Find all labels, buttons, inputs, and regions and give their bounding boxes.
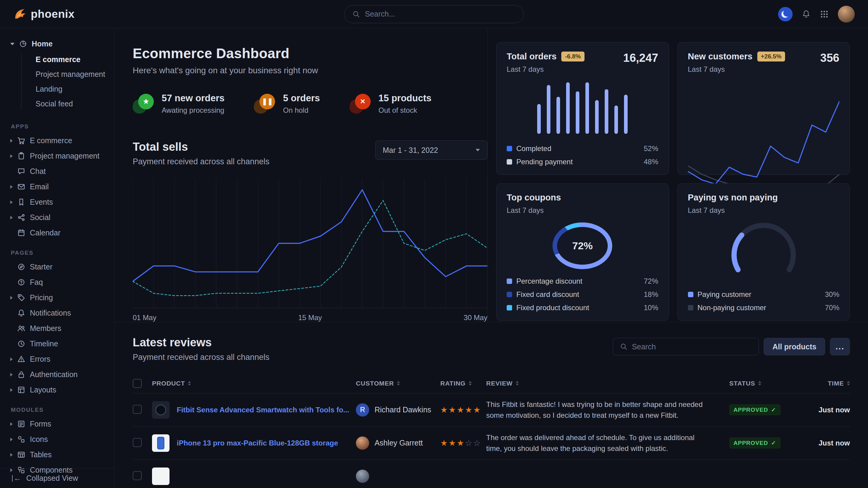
sidebar-item-label: Chat — [30, 167, 46, 176]
sidebar-item-label: Starter — [30, 263, 53, 271]
chevron-right-icon — [10, 373, 13, 377]
product-thumbnail[interactable] — [152, 467, 169, 485]
x-axis-label: 15 May — [298, 314, 322, 322]
sort-icon[interactable] — [469, 381, 472, 386]
check-icon: ✓ — [771, 440, 776, 446]
app-launcher-button[interactable] — [820, 10, 829, 19]
top-coupons-card: Top coupons Last 7 days 72% Percentage d… — [496, 183, 669, 321]
column-header-time: TIME — [828, 380, 844, 387]
more-options-button[interactable]: ... — [830, 338, 850, 355]
stat-caption: Out of stock — [378, 106, 432, 115]
sidebar-item-errors[interactable]: Errors — [0, 352, 114, 367]
status-badge: APPROVED✓ — [729, 404, 780, 415]
stat-new-orders: ★ 57 new orders Awating processing — [133, 93, 224, 115]
collapsed-view-toggle[interactable]: ← Collapsed View — [0, 468, 114, 488]
customer-avatar: R — [356, 403, 369, 417]
sidebar-item-home[interactable]: Home — [0, 36, 114, 52]
sidebar-item-faq[interactable]: Faq — [0, 274, 114, 290]
legend-value: 70% — [825, 303, 839, 312]
sidebar-item-email[interactable]: Email — [0, 179, 114, 194]
table-header-row: PRODUCT CUSTOMER RATING REVIEW STATUS TI… — [133, 373, 850, 393]
sidebar-item-icons[interactable]: Icons — [0, 432, 114, 447]
card-period: Last 7 days — [688, 65, 785, 73]
sidebar-item-calendar[interactable]: Calendar — [0, 225, 114, 240]
product-link[interactable]: iPhone 13 pro max-Pacific Blue-128GB sto… — [177, 439, 338, 447]
sort-icon[interactable] — [188, 381, 191, 386]
customer-avatar — [356, 469, 369, 483]
all-products-button[interactable]: All products — [764, 338, 825, 355]
column-header-status: STATUS — [729, 380, 755, 387]
legend-item: Non-paying customer 70% — [688, 303, 840, 312]
legend-label: Pending payment — [516, 158, 573, 166]
sidebar-item-layouts[interactable]: Layouts — [0, 382, 114, 398]
row-checkbox[interactable] — [133, 471, 142, 480]
sidebar-item-tables[interactable]: Tables — [0, 447, 114, 462]
legend-value: 48% — [644, 158, 658, 166]
sidebar-item-starter[interactable]: Starter — [0, 259, 114, 274]
sidebar-item-project-management[interactable]: Project management — [0, 148, 114, 164]
sidebar-item-label: Members — [30, 324, 61, 333]
rating-stars: ★★★★★ — [440, 405, 486, 415]
sidebar-item-label: Errors — [30, 355, 50, 363]
sidebar-item-events[interactable]: Events — [0, 194, 114, 210]
form-lines-icon — [17, 420, 25, 428]
product-link[interactable]: Fitbit Sense Advanced Smartwatch with To… — [177, 406, 349, 414]
sidebar-item-pricing[interactable]: Pricing — [0, 290, 114, 305]
legend-item: Fixed product discount 10% — [507, 303, 658, 312]
sidebar-item-authentication[interactable]: Authentication — [0, 367, 114, 382]
sidebar-item-landing[interactable]: Landing — [0, 82, 114, 96]
notifications-button[interactable] — [802, 10, 811, 19]
sidebar-item-social-feed[interactable]: Social feed — [0, 96, 114, 111]
cart-icon — [17, 136, 25, 145]
sort-icon[interactable] — [847, 381, 850, 386]
legend-label: Fixed card discount — [516, 290, 579, 299]
stat-out-of-stock: ✕ 15 products Out of stock — [349, 93, 432, 115]
card-period: Last 7 days — [507, 206, 658, 215]
users-icon — [17, 324, 25, 332]
sidebar-item-label: Calendar — [30, 228, 60, 237]
stat-value: 5 orders — [283, 93, 320, 104]
status-badge: APPROVED✓ — [729, 437, 780, 449]
legend-swatch — [507, 279, 512, 284]
theme-toggle-button[interactable] — [778, 7, 793, 22]
sidebar-item-notifications[interactable]: Notifications — [0, 305, 114, 321]
sidebar-item-chat[interactable]: Chat — [0, 164, 114, 179]
x-axis-label: 30 May — [464, 314, 487, 322]
sidebar-item-timeline[interactable]: Timeline — [0, 336, 114, 352]
row-checkbox[interactable] — [133, 438, 142, 447]
select-all-checkbox[interactable] — [133, 379, 142, 388]
compass-icon — [17, 263, 25, 271]
legend-value: 72% — [644, 277, 658, 286]
sort-icon[interactable] — [758, 381, 761, 386]
card-title: Total orders — [507, 52, 556, 62]
product-thumbnail[interactable] — [152, 401, 169, 419]
sort-icon[interactable] — [397, 381, 400, 386]
chevron-right-icon — [10, 154, 13, 158]
reviews-search-input[interactable]: Search — [613, 338, 759, 355]
chevron-right-icon — [10, 139, 13, 142]
sidebar-section-modules: MODULES — [0, 398, 114, 416]
brand-logo[interactable]: phoenix — [13, 7, 74, 21]
column-header-customer: CUSTOMER — [356, 380, 394, 387]
chevron-down-icon — [10, 43, 14, 45]
main-content: Ecommerce Dashboard Here's what's going … — [115, 28, 868, 488]
row-checkbox[interactable] — [133, 405, 142, 414]
topbar-actions — [778, 6, 855, 23]
date-range-select[interactable]: Mar 1 - 31, 2022 — [375, 140, 487, 160]
sidebar-item-ecommerce-app[interactable]: E commerce — [0, 133, 114, 148]
sidebar-item-label: Pricing — [30, 293, 53, 302]
product-thumbnail[interactable] — [152, 434, 169, 452]
sidebar-item-ecommerce-dashboard[interactable]: E commerce — [0, 52, 114, 67]
legend-item: Pending payment 48% — [507, 158, 658, 166]
sidebar-item-forms[interactable]: Forms — [0, 416, 114, 432]
shapes-icon — [17, 435, 25, 444]
sidebar-item-social[interactable]: Social — [0, 210, 114, 225]
user-avatar[interactable] — [838, 6, 855, 23]
new-customers-card: New customers +26.5% Last 7 days 356 01 — [677, 42, 850, 175]
sort-icon[interactable] — [516, 381, 519, 386]
legend-swatch — [507, 292, 512, 297]
global-search-input[interactable]: Search... — [344, 5, 524, 23]
clipboard-icon — [17, 152, 25, 160]
sidebar-item-project-management-dashboard[interactable]: Project management — [0, 67, 114, 82]
sidebar-item-members[interactable]: Members — [0, 321, 114, 336]
